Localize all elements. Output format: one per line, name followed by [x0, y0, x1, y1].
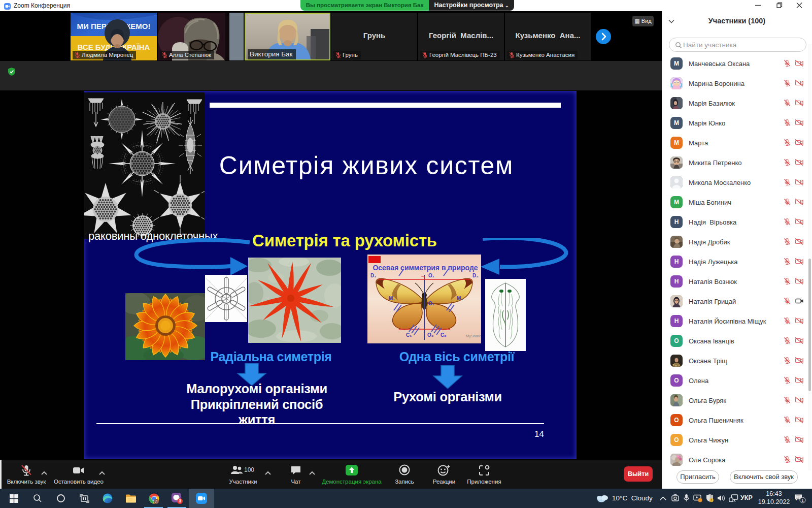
svg-text:O₁: O₁ [428, 273, 434, 278]
svg-text:1: 1 [801, 498, 804, 503]
svg-text:C₁: C₁ [406, 332, 412, 338]
svg-text:O₃: O₃ [427, 332, 434, 338]
svg-text:Осевая симметрия в природе: Осевая симметрия в природе [373, 264, 478, 272]
svg-text:M₂: M₂ [457, 296, 463, 301]
svg-text:O₂: O₂ [428, 301, 434, 306]
svg-text:C₂: C₂ [441, 332, 447, 338]
svg-text:MyShared: MyShared [466, 334, 481, 338]
svg-text:D₁: D₁ [370, 273, 376, 278]
svg-text:M₁: M₁ [389, 296, 395, 301]
svg-text:3: 3 [179, 498, 181, 503]
svg-text:Л: Л [155, 500, 157, 503]
svg-text:100: 100 [244, 466, 254, 473]
svg-text:D₂: D₂ [472, 273, 479, 278]
